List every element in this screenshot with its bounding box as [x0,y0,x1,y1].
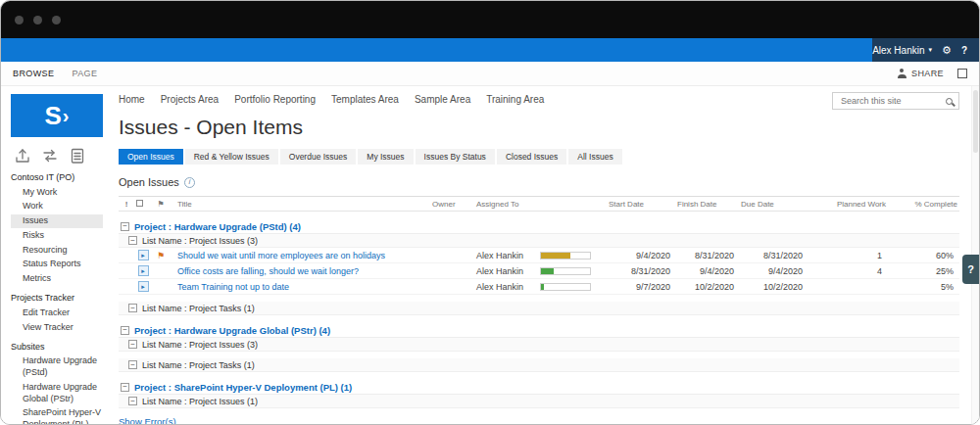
sidebar-header-subsites[interactable]: Subsites [11,342,111,353]
topnav-projects-area[interactable]: Projects Area [161,94,219,105]
list-title[interactable]: List Name : Project Tasks (1) [142,304,255,313]
collapse-icon[interactable]: − [128,360,137,369]
sidebar-item-view-tracker[interactable]: View Tracker [11,320,111,335]
sidebar-header-contoso-it[interactable]: Contoso IT (PO) [11,172,111,183]
view-tab-issues-by-status[interactable]: Issues By Status [416,149,495,165]
view-tab-my-issues[interactable]: My Issues [358,149,413,165]
flag-column-header[interactable]: ⚑ [152,200,170,209]
list-header-project-tasks[interactable]: − List Name : Project Tasks (1) [119,302,959,315]
collapse-icon[interactable]: − [128,236,137,245]
flag-icon: ⚑ [157,251,165,260]
ribbon-tab-page[interactable]: PAGE [72,69,97,78]
importance-column-header[interactable]: ! [119,200,134,209]
help-icon[interactable]: ? [961,45,967,56]
sidebar-item-risks[interactable]: Risks [11,228,111,243]
collapse-icon[interactable]: − [128,397,137,405]
item-icon[interactable]: ▸ [138,281,149,292]
help-tab-button[interactable]: ? [962,255,979,284]
start-date-column-header[interactable]: Start Date [607,200,675,209]
sidebar-item-hardware-upgrade-pstd[interactable]: Hardware Upgrade (PStd) [11,354,111,380]
sidebar-item-metrics[interactable]: Metrics [11,271,111,286]
window-control-icon[interactable] [52,16,61,24]
checkbox-column-header[interactable] [134,200,152,209]
gear-icon[interactable]: ⚙ [942,44,952,57]
window-control-icon[interactable] [33,16,42,24]
list-title[interactable]: List Name : Project Issues (1) [142,397,258,406]
item-type-cell: ▸ [134,265,152,276]
view-tab-overdue-issues[interactable]: Overdue Issues [280,149,357,165]
window-control-icon[interactable] [15,16,24,24]
due-date-column-header[interactable]: Due Date [739,200,808,209]
collapse-icon[interactable]: − [121,222,129,231]
sidebar-item-status-reports[interactable]: Status Reports [11,258,111,272]
collapse-icon[interactable]: − [128,304,137,312]
list-title[interactable]: List Name : Project Issues (3) [142,340,258,350]
list-title[interactable]: List Name : Project Tasks (1) [142,360,255,370]
sidebar: S › Contoso IT (PO) My Work Work Issues [1,86,111,425]
focus-on-content-icon[interactable] [957,69,967,78]
topnav-templates-area[interactable]: Templates Area [331,94,399,105]
share-button[interactable]: SHARE [898,69,944,78]
scrollbar-thumb[interactable] [973,90,978,153]
notebook-icon[interactable] [68,146,87,165]
group-title[interactable]: Project : SharePoint Hyper-V Deployment … [134,382,352,393]
view-tab-all-issues[interactable]: All Issues [568,149,621,165]
table-header-row: ! ⚑ Title Owner Assigned To Start Date F… [119,196,959,212]
assigned-to-column-header[interactable]: Assigned To [474,200,538,209]
group-header-project-hardware-upgrade-global-pstr[interactable]: − Project : Hardware Upgrade Global (PSt… [119,323,959,338]
pct-complete-column-header[interactable]: % Complete [888,200,959,209]
finish-date-cell: 8/31/2020 [675,251,739,260]
search-input[interactable] [839,95,940,107]
share-upload-icon[interactable] [13,146,32,165]
view-tab-open-issues[interactable]: Open Issues [119,149,183,165]
sidebar-item-sharepoint-hyper-v-deployment-pl[interactable]: SharePoint Hyper-V Deployment (PL) [11,406,111,425]
issue-row: ▸ Team Training not up to date Alex Hank… [119,279,959,295]
issue-title-link[interactable]: Should we wait until more employees are … [177,251,385,260]
finish-date-column-header[interactable]: Finish Date [675,200,739,209]
issue-title-cell: Team Training not up to date [170,282,430,292]
user-menu[interactable]: Alex Hankin ▾ [872,45,932,56]
group-title[interactable]: Project : Hardware Upgrade (PStd) (4) [134,221,301,232]
sidebar-item-edit-tracker[interactable]: Edit Tracker [11,306,111,320]
collapsed-rows-gap [119,352,959,358]
group-header-project-hardware-upgrade-pstd[interactable]: − Project : Hardware Upgrade (PStd) (4) [119,219,959,234]
topnav-training-area[interactable]: Training Area [486,94,544,105]
topnav-portfolio-reporting[interactable]: Portfolio Reporting [234,94,316,105]
view-tab-closed-issues[interactable]: Closed Issues [497,149,566,165]
group-title[interactable]: Project : Hardware Upgrade Global (PStr)… [134,325,330,336]
item-type-cell: ▸ [134,281,152,292]
group-header-project-sharepoint-hyper-v-deployment-pl[interactable]: − Project : SharePoint Hyper-V Deploymen… [119,380,959,395]
list-title[interactable]: List Name : Project Issues (3) [142,236,258,246]
collapse-icon[interactable]: − [121,383,129,392]
view-tab-red-yellow-issues[interactable]: Red & Yellow Issues [185,149,278,165]
list-header-project-issues[interactable]: − List Name : Project Issues (3) [119,338,959,352]
info-icon[interactable]: i [184,177,195,188]
collapse-icon[interactable]: − [128,340,137,349]
sidebar-item-work[interactable]: Work [11,200,111,214]
sidebar-item-resourcing[interactable]: Resourcing [11,243,111,258]
item-icon[interactable]: ▸ [138,250,149,260]
sidebar-item-issues[interactable]: Issues [11,214,103,229]
planned-work-column-header[interactable]: Planned Work [808,200,888,209]
sidebar-item-my-work[interactable]: My Work [11,185,111,200]
show-errors-link[interactable]: Show Error(s) [119,416,176,425]
issue-title-link[interactable]: Office costs are falling, should we wait… [177,266,359,276]
sidebar-item-hardware-upgrade-global-pstr[interactable]: Hardware Upgrade Global (PStr) [11,380,111,405]
collapse-icon[interactable]: − [121,326,129,335]
view-tabs: Open Issues Red & Yellow Issues Overdue … [119,149,959,165]
item-icon[interactable]: ▸ [138,265,149,276]
list-header-project-tasks[interactable]: − List Name : Project Tasks (1) [119,358,959,372]
issue-row: ▸ Office costs are falling, should we wa… [119,263,959,279]
owner-column-header[interactable]: Owner [430,200,474,209]
ribbon-tab-browse[interactable]: BROWSE [13,69,54,78]
site-logo[interactable]: S › [11,94,103,137]
sidebar-header-projects-tracker[interactable]: Projects Tracker [11,293,111,304]
title-column-header[interactable]: Title [170,200,430,209]
list-header-project-issues[interactable]: − List Name : Project Issues (3) [119,234,959,248]
topnav-home[interactable]: Home [119,94,145,105]
search-icon[interactable] [946,98,953,105]
list-header-project-issues[interactable]: − List Name : Project Issues (1) [119,395,959,408]
topnav-sample-area[interactable]: Sample Area [415,94,470,105]
sync-icon[interactable] [40,146,60,165]
issue-title-link[interactable]: Team Training not up to date [177,282,289,292]
